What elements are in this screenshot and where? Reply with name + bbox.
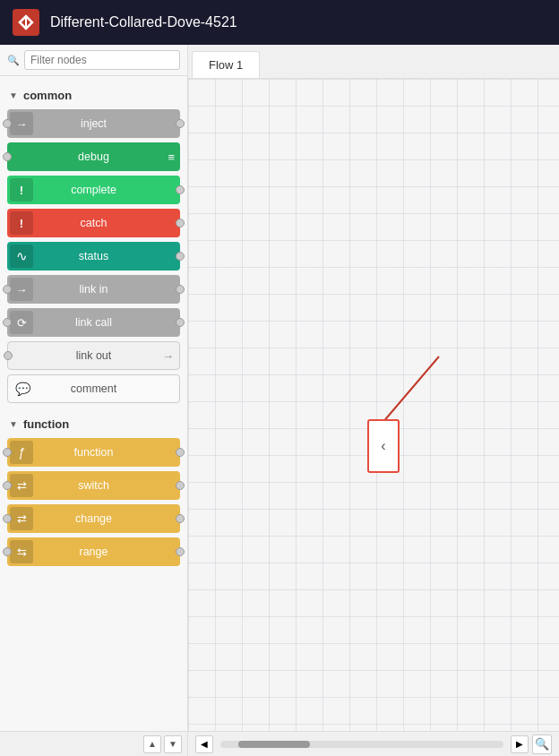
section-common-label: common	[23, 89, 72, 102]
list-item: ! catch	[7, 209, 180, 237]
status-port-right	[176, 252, 185, 261]
flow-canvas[interactable]: ‹	[188, 79, 559, 731]
linkout-node[interactable]: link out →	[7, 341, 180, 370]
change-node[interactable]: ⇄ change	[7, 504, 180, 533]
linkcall-node[interactable]: ⟳ link call	[7, 308, 180, 337]
switch-icon: ⇄	[10, 474, 33, 497]
chevron-common-icon: ▼	[9, 90, 18, 100]
list-item: ⇄ switch	[7, 471, 180, 500]
scroll-up-button[interactable]: ▲	[143, 735, 161, 753]
list-item: → link in	[7, 275, 180, 304]
debug-icon: ≡	[168, 150, 175, 164]
list-item: ƒ function	[7, 438, 180, 467]
status-icon: ∿	[10, 245, 33, 268]
canvas-arrow	[188, 79, 559, 731]
sidebar-bottom-nav: ▲ ▼	[0, 731, 187, 756]
linkcall-port-left	[3, 318, 12, 327]
canvas-panel-toggle[interactable]: ‹	[367, 419, 400, 473]
change-icon: ⇄	[10, 507, 33, 530]
linkin-icon: →	[10, 278, 33, 301]
debug-node[interactable]: debug ≡	[7, 142, 180, 171]
search-icon: 🔍	[7, 55, 20, 66]
complete-icon: !	[10, 178, 33, 202]
catch-port-right	[176, 219, 185, 228]
section-function-label: function	[23, 417, 69, 431]
search-box: 🔍	[0, 45, 187, 76]
inject-node[interactable]: → inject	[7, 109, 180, 138]
change-port-right	[176, 514, 185, 523]
list-item: ! complete	[7, 176, 180, 204]
horizontal-scrollbar[interactable]	[220, 741, 503, 748]
list-item: ⇆ range	[7, 537, 180, 566]
header: Different-Collared-Dove-4521	[0, 0, 559, 45]
scrollbar-thumb	[238, 741, 310, 748]
list-item: debug ≡	[7, 142, 180, 171]
switch-port-left	[3, 481, 12, 490]
panel-chevron-icon: ‹	[381, 438, 385, 454]
scroll-down-button[interactable]: ▼	[164, 735, 182, 753]
linkout-port-left	[4, 351, 13, 360]
flow-area: Flow 1 ‹	[188, 45, 559, 756]
comment-icon: 💬	[11, 377, 34, 400]
function-port-right	[176, 448, 185, 457]
app-wrapper: Different-Collared-Dove-4521 🔍 ▼ common	[0, 0, 559, 756]
list-item: → inject	[7, 109, 180, 138]
common-node-list: → inject debug ≡	[0, 107, 187, 410]
debug-port-left	[3, 152, 12, 161]
linkin-port-right	[176, 285, 185, 294]
function-icon: ƒ	[10, 441, 33, 464]
range-port-left	[3, 547, 12, 556]
flow-bottom-bar: ◀ ▶ 🔍	[188, 731, 559, 756]
flow-tab-1[interactable]: Flow 1	[192, 51, 260, 78]
complete-port-right	[176, 185, 185, 194]
list-item: ∿ status	[7, 242, 180, 271]
header-logo	[13, 9, 39, 36]
range-port-right	[176, 547, 185, 556]
inject-icon: →	[10, 112, 33, 135]
function-node-btn[interactable]: ƒ function	[7, 438, 180, 467]
linkin-node[interactable]: → link in	[7, 275, 180, 304]
list-item: ⇄ change	[7, 504, 180, 533]
chevron-function-icon: ▼	[9, 419, 18, 429]
list-item: ⟳ link call	[7, 308, 180, 337]
zoom-button[interactable]: 🔍	[532, 735, 552, 754]
node-palette: ▼ common → inject	[0, 76, 187, 731]
app-title: Different-Collared-Dove-4521	[50, 14, 237, 30]
content-row: 🔍 ▼ common → inject	[0, 45, 559, 756]
status-node[interactable]: ∿ status	[7, 242, 180, 271]
switch-port-right	[176, 481, 185, 490]
function-node-list: ƒ function ⇄ switch	[0, 435, 187, 573]
section-common[interactable]: ▼ common	[0, 82, 187, 107]
linkcall-icon: ⟳	[10, 311, 33, 334]
switch-node[interactable]: ⇄ switch	[7, 471, 180, 500]
inject-port-right	[176, 119, 185, 128]
function-port-left	[3, 448, 12, 457]
inject-port-left	[3, 119, 12, 128]
search-input[interactable]	[24, 50, 180, 70]
catch-icon: !	[10, 211, 33, 235]
linkout-icon: →	[162, 349, 174, 363]
flow-tabs: Flow 1	[188, 45, 559, 79]
range-icon: ⇆	[10, 540, 33, 563]
sidebar: 🔍 ▼ common → inject	[0, 45, 188, 756]
list-item: link out →	[7, 341, 180, 370]
section-function[interactable]: ▼ function	[0, 410, 187, 435]
list-item: 💬 comment	[7, 374, 180, 403]
complete-node[interactable]: ! complete	[7, 176, 180, 204]
linkin-port-left	[3, 285, 12, 294]
range-node[interactable]: ⇆ range	[7, 537, 180, 566]
change-port-left	[3, 514, 12, 523]
scroll-right-button[interactable]: ▶	[511, 735, 529, 753]
catch-node[interactable]: ! catch	[7, 209, 180, 237]
comment-node[interactable]: 💬 comment	[7, 374, 180, 403]
scroll-left-button[interactable]: ◀	[195, 735, 213, 753]
linkcall-port-right	[176, 318, 185, 327]
